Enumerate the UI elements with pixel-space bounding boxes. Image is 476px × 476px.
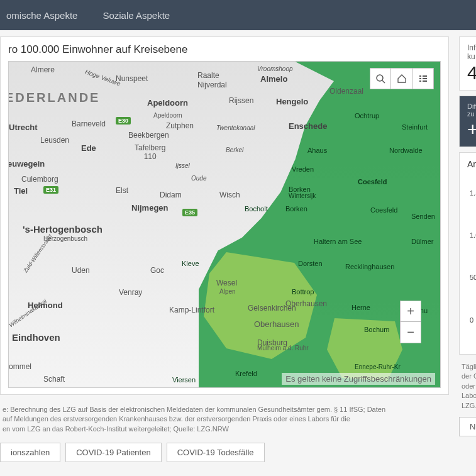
svg-point-0 (377, 75, 383, 81)
label-recklinghausen: Recklinghausen (345, 263, 394, 270)
ytick-1500: 1.500 (470, 189, 476, 197)
ytick-1000: 1.000 (470, 231, 476, 239)
label-coesfeld2: Coesfeld (370, 206, 397, 214)
label-coesfeld: Coesfeld (358, 178, 387, 185)
road-e35: E35 (182, 209, 197, 216)
nav-bar: omische Aspekte Soziale Aspekte (0, 0, 476, 30)
content: ro 100.000 Einwohner auf Kreisebene EDER… (0, 30, 476, 466)
zoom-in-button[interactable]: + (400, 301, 421, 322)
stat-infected-value: 43.0 (467, 62, 476, 84)
road-e31: E31 (43, 186, 58, 194)
label-bottrop: Bottrop (292, 288, 314, 296)
label-steinfurt: Steinfurt (402, 123, 428, 131)
label-raalte: Raalte (197, 71, 219, 80)
stat-infected: Infizierte ku 43.0 (459, 36, 476, 91)
label-didam: Didam (160, 191, 182, 199)
label-dulmer: Dülmer (411, 238, 433, 245)
label-enschede: Enschede (289, 121, 327, 131)
label-schaft: Schaft (43, 375, 65, 384)
label-kamplintfort: Kamp-Lintfort (169, 306, 214, 314)
label-apeldoorn: Apeldoorn (147, 98, 188, 108)
road-e30: E30 (116, 117, 131, 125)
label-krefeld: Krefeld (235, 370, 257, 377)
label-zutphen: Zutphen (166, 121, 194, 130)
zoom-controls: + − (400, 301, 421, 343)
nav-item-social[interactable]: Soziale Aspekte (102, 10, 170, 21)
svg-rect-7 (423, 80, 427, 82)
label-bochum: Bochum (364, 326, 389, 333)
svg-rect-5 (423, 78, 427, 79)
label-twentekanaal: Twentekanaal (216, 125, 255, 131)
home-icon[interactable] (391, 68, 412, 89)
label-ommel: ommel (9, 362, 31, 371)
svg-rect-6 (419, 80, 421, 82)
map-container[interactable]: EDERLANDE Almere Nunspeet Raalte Nijverd… (8, 61, 441, 388)
right-column: Infizierte ku 43.0 Differenz zu +14 Anza… (455, 36, 476, 466)
svg-rect-4 (419, 78, 421, 79)
right-footnote: Tägliche Aktual der Gesundheit oder eine… (459, 360, 476, 413)
label-hertogenbosch: 's-Hertogenbosch (23, 224, 102, 235)
label-senden: Senden (411, 213, 435, 220)
label-tafelberg: Tafelberg 110 (135, 143, 165, 161)
label-ahaus: Ahaus (307, 147, 327, 154)
label-ijssel: Ijssel (175, 162, 190, 169)
tab-infections[interactable]: ionszahlen (0, 443, 60, 462)
label-berkel: Berkel (226, 147, 243, 153)
label-oude: Oude (191, 175, 206, 182)
label-borken2: Borken (285, 205, 307, 213)
label-beekbergen: Beekbergen (128, 131, 169, 140)
label-herne: Herne (351, 304, 370, 311)
label-tiel: Tiel (14, 186, 28, 196)
label-ennepe: Ennepe-Ruhr-Kr (355, 363, 401, 370)
label-elst: Elst (116, 186, 128, 195)
label-mulheim: Mülheim a.d. Ruhr (257, 345, 309, 351)
label-wesel: Wesel (216, 279, 237, 287)
footnote-line3: en vom LZG an das Robert-Koch-Institut w… (3, 425, 229, 433)
ytick-500: 500 (470, 274, 476, 281)
stat-diff: Differenz zu +14 (459, 96, 476, 147)
map-toolbar (370, 68, 434, 89)
search-icon[interactable] (370, 68, 391, 89)
label-haltern: Haltern am See (314, 238, 362, 245)
label-vroomshoop: Vroomshoop (257, 65, 293, 72)
left-column: ro 100.000 Einwohner auf Kreisebene EDER… (0, 36, 449, 466)
svg-line-1 (382, 80, 385, 83)
label-kleve: Kleve (182, 260, 199, 267)
label-eindhoven: Eindhoven (12, 332, 60, 343)
label-dorsten: Dorsten (298, 260, 323, 267)
ytick-0: 0 (470, 316, 473, 324)
label-ede: Ede (81, 143, 96, 153)
label-venray: Venray (119, 288, 142, 297)
chart-area: II 1.500 1.000 500 0 Mä (467, 172, 476, 348)
map-footnote: e: Berechnung des LZG auf Basis der elek… (0, 400, 449, 439)
label-barneveld: Barneveld (72, 119, 106, 128)
label-viersen: Viersen (172, 376, 196, 384)
tab-row-left: ionszahlen COVID-19 Patienten COVID-19 T… (0, 439, 449, 466)
svg-rect-3 (423, 75, 427, 77)
nav-item-economic[interactable]: omische Aspekte (6, 10, 77, 21)
label-nordwalde: Nordwalde (389, 147, 423, 154)
label-almelo: Almelo (260, 74, 287, 84)
label-ochtrup: Ochtrup (355, 112, 379, 119)
label-wisch: Wisch (219, 191, 240, 199)
label-nijmegen: Nijmegen (131, 203, 169, 213)
label-utrecht: Utrecht (9, 123, 38, 132)
label-oldenzaal: Oldenzaal (329, 87, 363, 96)
zoom-out-button[interactable]: − (400, 322, 421, 343)
tab-deaths[interactable]: COVID-19 Todesfälle (167, 443, 265, 462)
label-vreden: Vreden (292, 165, 314, 173)
svg-rect-2 (419, 75, 421, 77)
label-oberhausen: Oberhausen (254, 319, 299, 329)
label-culemborg: Culemborg (21, 175, 58, 184)
label-nijverdal: Nijverdal (197, 80, 227, 89)
chart-title: Anzahl d (467, 159, 476, 169)
footnote-line2: auf Meldungen des erstversorgenden Krank… (3, 415, 350, 423)
tab-patients[interactable]: COVID-19 Patienten (65, 443, 162, 462)
label-apeldoorn2: Apeldoorn (153, 112, 182, 119)
tab-newinfections[interactable]: Neuinfe (459, 417, 476, 436)
label-bocholt: Bocholt (245, 205, 268, 213)
label-alpen: Alpen (219, 288, 236, 295)
map-panel: ro 100.000 Einwohner auf Kreisebene EDER… (0, 36, 449, 395)
country-label: EDERLANDE (8, 91, 100, 105)
legend-icon[interactable] (412, 68, 434, 89)
